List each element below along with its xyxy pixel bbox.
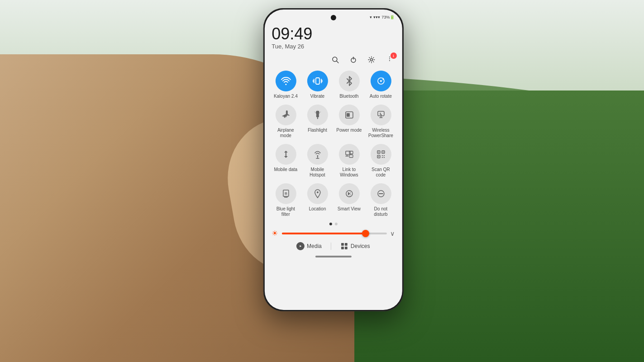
svg-rect-35 — [341, 243, 344, 246]
bluetooth-tile-label: Bluetooth — [339, 94, 358, 99]
tile-smartview[interactable]: Smart View — [335, 183, 363, 217]
tile-vibrate[interactable]: Vibrate — [303, 71, 331, 99]
linkwindows-tile-label: Link to Windows — [335, 167, 363, 178]
svg-point-5 — [389, 57, 390, 57]
svg-point-7 — [389, 60, 390, 61]
brightness-thumb[interactable] — [362, 230, 369, 237]
time-section: 09:49 Tue, May 26 — [272, 22, 395, 52]
svg-rect-24 — [382, 155, 382, 156]
page-dot-2 — [334, 223, 337, 225]
hotspot-tile-icon — [307, 144, 328, 165]
svg-rect-27 — [383, 157, 384, 158]
svg-rect-38 — [345, 247, 348, 249]
bottom-divider — [331, 243, 331, 250]
home-bar — [272, 254, 395, 261]
svg-rect-16 — [349, 151, 353, 154]
svg-point-6 — [389, 58, 390, 59]
flashlight-tile-icon — [307, 105, 328, 125]
svg-rect-8 — [315, 78, 319, 84]
search-button[interactable] — [329, 54, 340, 65]
tile-powershare[interactable]: Wireless PowerShare — [367, 105, 395, 138]
autorotate-tile-icon — [370, 71, 391, 91]
phone-body: ▾ ▾▾▾ 73%🔋 09:49 Tue, May 26 — [263, 8, 403, 311]
tiles-row-4: B Blue light filter Locat — [272, 181, 395, 219]
scanqr-tile-icon — [370, 144, 391, 165]
tiles-row-1: Kaloyan 2.4 Vibrate — [272, 69, 395, 101]
bluelight-tile-label: Blue light filter — [272, 206, 300, 217]
wifi-status-icon: ▾ — [370, 15, 372, 19]
svg-point-4 — [370, 59, 372, 61]
svg-point-31 — [316, 191, 318, 193]
camera-hole — [330, 15, 336, 20]
svg-rect-28 — [382, 156, 383, 157]
signal-icon: ▾▾▾ — [373, 15, 380, 19]
power-button[interactable] — [348, 54, 358, 65]
media-label: Media — [307, 243, 322, 249]
wifi-tile-icon — [275, 71, 296, 91]
brightness-expand-icon[interactable]: ∨ — [390, 230, 395, 237]
svg-rect-17 — [349, 155, 353, 157]
date-display: Tue, May 26 — [272, 43, 395, 50]
tile-flashlight[interactable]: Flashlight — [303, 105, 331, 138]
powermode-tile-label: Power mode — [336, 128, 362, 133]
tile-wifi[interactable]: Kaloyan 2.4 — [272, 71, 300, 99]
phone-device: ▾ ▾▾▾ 73%🔋 09:49 Tue, May 26 — [263, 8, 403, 311]
notifications-button[interactable]: 1 — [384, 54, 395, 65]
powermode-tile-icon — [339, 105, 359, 125]
tile-hotspot[interactable]: Mobile Hotspot — [303, 144, 331, 178]
svg-rect-21 — [382, 152, 383, 152]
svg-rect-23 — [378, 156, 379, 157]
bluelight-tile-icon: B — [275, 183, 296, 204]
tile-location[interactable]: Location — [303, 183, 331, 217]
devices-label: Devices — [351, 243, 370, 249]
tile-linkwindows[interactable]: Link to Windows — [335, 144, 363, 178]
page-dot-1 — [329, 223, 332, 225]
airplane-tile-icon — [275, 105, 296, 125]
tile-autorotate[interactable]: Auto rotate — [367, 71, 395, 99]
scanqr-tile-label: Scan QR code — [367, 167, 395, 178]
location-tile-label: Location — [309, 206, 326, 212]
svg-point-9 — [380, 80, 382, 82]
tile-bluetooth[interactable]: Bluetooth — [335, 71, 363, 99]
tile-bluelight[interactable]: B Blue light filter — [272, 183, 300, 217]
tile-powermode[interactable]: Power mode — [335, 105, 363, 138]
devices-icon — [340, 242, 348, 250]
phone-screen: ▾ ▾▾▾ 73%🔋 09:49 Tue, May 26 — [264, 10, 402, 310]
location-tile-icon — [307, 183, 328, 204]
panel-header-icons: 1 — [272, 52, 395, 69]
hotspot-tile-label: Mobile Hotspot — [303, 167, 331, 178]
svg-rect-26 — [382, 157, 382, 158]
svg-rect-10 — [316, 114, 319, 117]
tile-dnd[interactable]: Do not disturb — [367, 183, 395, 217]
notification-badge: 1 — [390, 52, 396, 59]
page-indicators — [272, 219, 395, 227]
powershare-tile-icon — [370, 105, 391, 125]
flashlight-tile-label: Flashlight — [308, 128, 327, 133]
notification-panel: 09:49 Tue, May 26 — [264, 22, 402, 310]
airplane-tile-label: Airplane mode — [272, 128, 300, 138]
settings-button[interactable] — [366, 54, 377, 65]
svg-rect-19 — [378, 152, 379, 152]
wifi-tile-label: Kaloyan 2.4 — [274, 94, 298, 99]
autorotate-tile-label: Auto rotate — [370, 94, 392, 99]
tile-mobiledata[interactable]: Mobile data — [272, 144, 300, 178]
svg-rect-37 — [341, 247, 344, 249]
bottom-row: Media Devices — [272, 239, 395, 254]
brightness-low-icon: ☀ — [272, 229, 278, 238]
smartview-tile-icon — [339, 183, 359, 204]
dnd-tile-icon — [370, 183, 391, 204]
home-indicator[interactable] — [315, 256, 351, 257]
tiles-row-3: Mobile data Mo — [272, 142, 395, 180]
media-button[interactable]: Media — [296, 242, 322, 250]
svg-rect-13 — [346, 113, 349, 117]
svg-rect-25 — [383, 155, 384, 156]
linkwindows-tile-icon — [339, 144, 359, 165]
tile-airplane[interactable]: Airplane mode — [272, 105, 300, 138]
brightness-slider[interactable] — [281, 233, 386, 234]
mobiledata-tile-icon — [275, 144, 296, 165]
tile-scanqr[interactable]: Scan QR code — [367, 144, 395, 178]
vibrate-tile-label: Vibrate — [310, 94, 325, 99]
svg-line-1 — [336, 61, 338, 63]
tiles-row-2: Airplane mode Flashlight — [272, 103, 395, 140]
devices-button[interactable]: Devices — [340, 242, 370, 250]
